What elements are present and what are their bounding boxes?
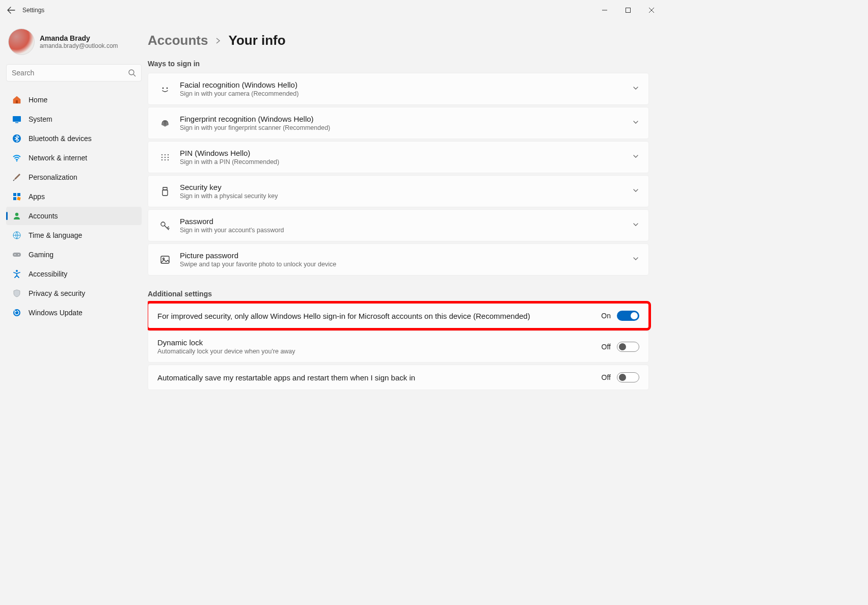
profile-name: Amanda Brady <box>40 34 118 42</box>
sidebar-item-label: Bluetooth & devices <box>29 134 92 143</box>
sidebar-item-system[interactable]: System <box>6 110 142 128</box>
svg-rect-6 <box>15 122 18 123</box>
sidebar-item-label: Accounts <box>29 212 58 220</box>
pin-icon <box>157 152 173 163</box>
signin-option-fingerprint[interactable]: Fingerprint recognition (Windows Hello)S… <box>148 107 649 139</box>
svg-line-3 <box>133 74 135 76</box>
profile-block[interactable]: Amanda Brady amanda.brady@outlook.com <box>8 29 142 55</box>
toggle-state-label: Off <box>602 373 611 381</box>
card-subtitle: Swipe and tap your favorite photo to unl… <box>180 261 632 268</box>
search-box[interactable] <box>6 64 142 81</box>
sidebar-item-label: Privacy & security <box>29 289 85 297</box>
sidebar-item-brush[interactable]: Personalization <box>6 168 142 186</box>
breadcrumb-section[interactable]: Accounts <box>148 33 208 48</box>
close-button[interactable] <box>640 0 663 20</box>
toggle-state-label: Off <box>602 343 611 351</box>
svg-rect-1 <box>626 8 631 13</box>
svg-point-2 <box>129 70 134 75</box>
minimize-button[interactable] <box>593 0 616 20</box>
search-input[interactable] <box>12 69 124 77</box>
toggle-switch[interactable] <box>617 372 639 382</box>
fingerprint-icon <box>157 118 173 129</box>
profile-email: amanda.brady@outlook.com <box>40 42 118 49</box>
svg-point-27 <box>168 157 169 158</box>
card-title: PIN (Windows Hello) <box>180 149 632 157</box>
card-title: Facial recognition (Windows Hello) <box>180 80 632 89</box>
bluetooth-icon <box>12 134 21 143</box>
shield-icon <box>12 289 21 298</box>
signin-option-key[interactable]: PasswordSign in with your account's pass… <box>148 209 649 241</box>
picture-icon <box>157 254 173 265</box>
sidebar-item-home[interactable]: Home <box>6 91 142 109</box>
sidebar-item-globe[interactable]: Time & language <box>6 226 142 244</box>
svg-rect-5 <box>13 116 21 122</box>
sidebar-item-bluetooth[interactable]: Bluetooth & devices <box>6 129 142 148</box>
sidebar-item-label: Windows Update <box>29 309 83 317</box>
chevron-right-icon <box>215 38 221 44</box>
svg-rect-12 <box>17 197 20 200</box>
signin-option-usb[interactable]: Security keySign in with a physical secu… <box>148 175 649 207</box>
update-icon <box>12 308 21 317</box>
svg-rect-9 <box>13 193 16 196</box>
svg-point-25 <box>161 157 162 158</box>
svg-point-26 <box>165 157 166 158</box>
face-icon <box>157 84 173 95</box>
additional-heading: Additional settings <box>148 290 649 298</box>
svg-point-20 <box>162 87 164 89</box>
svg-rect-10 <box>17 193 20 196</box>
sidebar-item-label: Time & language <box>29 231 82 239</box>
svg-point-24 <box>168 154 169 155</box>
sidebar-item-wifi[interactable]: Network & internet <box>6 149 142 167</box>
sidebar-item-game[interactable]: Gaming <box>6 245 142 264</box>
card-subtitle: Sign in with your account's password <box>180 227 632 234</box>
svg-rect-15 <box>13 253 21 257</box>
sidebar-item-label: Gaming <box>29 251 53 259</box>
avatar <box>8 29 35 55</box>
window-title: Settings <box>22 7 44 14</box>
toggle-switch[interactable] <box>617 342 639 352</box>
window-controls <box>593 0 663 20</box>
page-title: Your info <box>228 33 285 48</box>
sidebar-item-accessibility[interactable]: Accessibility <box>6 265 142 283</box>
signin-option-picture[interactable]: Picture passwordSwipe and tap your favor… <box>148 243 649 276</box>
titlebar-left: Settings <box>6 5 44 15</box>
svg-point-16 <box>15 254 16 255</box>
additional-card-group: For improved security, only allow Window… <box>148 303 649 390</box>
svg-point-8 <box>16 160 17 161</box>
svg-point-35 <box>163 258 165 259</box>
chevron-down-icon <box>632 187 639 194</box>
svg-rect-34 <box>161 256 169 263</box>
card-subtitle: Sign in with a PIN (Recommended) <box>180 158 632 166</box>
sidebar-item-label: Accessibility <box>29 270 67 278</box>
sidebar-item-shield[interactable]: Privacy & security <box>6 284 142 302</box>
svg-point-23 <box>165 154 166 155</box>
system-icon <box>12 115 21 124</box>
additional-setting-2: Automatically save my restartable apps a… <box>148 365 649 390</box>
back-button[interactable] <box>6 5 16 15</box>
sidebar-item-label: System <box>29 115 52 123</box>
signin-option-pin[interactable]: PIN (Windows Hello)Sign in with a PIN (R… <box>148 141 649 173</box>
card-title: Picture password <box>180 251 632 260</box>
close-icon <box>648 7 655 13</box>
svg-point-30 <box>168 159 169 160</box>
toggle-title: For improved security, only allow Window… <box>157 312 591 320</box>
game-icon <box>12 250 21 259</box>
chevron-down-icon <box>632 119 639 126</box>
main-content: Accounts Your info Ways to sign in Facia… <box>148 20 667 464</box>
search-icon <box>128 69 136 77</box>
toggle-subtitle: Automatically lock your device when you'… <box>157 348 591 355</box>
maximize-button[interactable] <box>616 0 640 20</box>
sidebar-item-label: Home <box>29 96 47 104</box>
additional-setting-1: Dynamic lockAutomatically lock your devi… <box>148 331 649 363</box>
signin-option-face[interactable]: Facial recognition (Windows Hello)Sign i… <box>148 73 649 105</box>
minimize-icon <box>602 7 608 13</box>
card-subtitle: Sign in with your camera (Recommended) <box>180 90 632 97</box>
card-title: Fingerprint recognition (Windows Hello) <box>180 115 632 123</box>
sidebar-item-update[interactable]: Windows Update <box>6 304 142 322</box>
sidebar-item-person[interactable]: Accounts <box>6 207 142 225</box>
sidebar-item-apps[interactable]: Apps <box>6 187 142 206</box>
arrow-left-icon <box>7 6 15 14</box>
toggle-switch[interactable] <box>617 311 639 321</box>
signin-card-group: Facial recognition (Windows Hello)Sign i… <box>148 73 649 276</box>
svg-point-21 <box>167 87 168 89</box>
